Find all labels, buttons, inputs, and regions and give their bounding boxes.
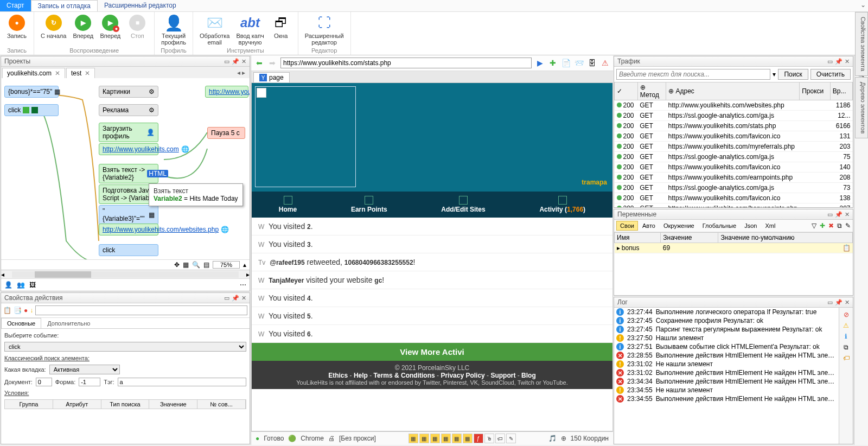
traffic-row[interactable]: 200GEThttps://www.youlikehits.com/earnpo… xyxy=(615,173,853,183)
magnify-icon[interactable]: 🔍 xyxy=(192,261,200,269)
traffic-row[interactable]: 200GEThttps://www.youlikehits.com/stats.… xyxy=(615,121,853,131)
copy-var-icon[interactable]: ⧉ xyxy=(837,222,842,230)
traffic-row[interactable]: 200GEThttps://www.youlikehits.com/myrefe… xyxy=(615,142,853,152)
panel-float-icon[interactable]: ▭ xyxy=(827,211,833,218)
panel-close-icon[interactable]: ✕ xyxy=(845,211,850,218)
nav-earn[interactable]: Earn Points xyxy=(351,196,387,213)
node-pause[interactable]: Пауза 5 с xyxy=(207,127,245,139)
log-warn-icon[interactable]: ⚠ xyxy=(843,322,849,329)
log-row[interactable]: ✕23:28:55Выполнение действия HtmlElement… xyxy=(614,351,839,360)
email-process-button[interactable]: ✉️Обработка email xyxy=(196,13,233,47)
panel-pin-icon[interactable]: 📌 xyxy=(835,299,843,305)
view-more-button[interactable]: View More Activi xyxy=(252,343,612,361)
prop-icon2[interactable]: 📑 xyxy=(14,307,22,314)
db-icon[interactable]: 🗄 xyxy=(587,58,597,68)
log-row[interactable]: !23:34:55Не нашли элемент xyxy=(614,386,839,394)
nav-add[interactable]: Add/Edit Sites xyxy=(441,196,485,213)
log-row[interactable]: i23:27:44Выполнение логического оператор… xyxy=(614,308,839,316)
forward-icon[interactable]: ➡ xyxy=(267,58,277,68)
node-link2[interactable]: http://www.youlikehits.com/websites.php🌐 xyxy=(99,224,158,235)
search-button[interactable]: Поиск xyxy=(778,69,808,80)
node-var3[interactable]: "{Variable3}"=""▦ xyxy=(99,205,158,225)
mail-icon[interactable]: 📨 xyxy=(574,58,584,68)
traffic-row[interactable]: 200GEThttps://www.youlikehits.com/favico… xyxy=(615,162,853,173)
advanced-editor-button[interactable]: ⛶Расширенный редактор xyxy=(302,13,347,47)
log-row[interactable]: i23:27:51Вызываем событие click HTMLElem… xyxy=(614,342,839,351)
play-step-button[interactable]: ▶●Вперед xyxy=(97,13,124,40)
panel-close-icon[interactable]: ✕ xyxy=(241,295,246,301)
traffic-row[interactable]: 200GEThttp://www.youlikehits.com/website… xyxy=(615,100,853,111)
event-select[interactable]: click xyxy=(4,342,246,352)
windows-button[interactable]: 🗗Окна xyxy=(267,13,295,47)
node-take-text[interactable]: Взять текст -> {Variable2}HTML xyxy=(99,164,158,183)
toolbar-users-icon[interactable]: 👥 xyxy=(17,281,25,289)
node-condition[interactable]: {bonus}*=="75"▦ xyxy=(4,86,59,98)
tab-advanced[interactable]: Расширенный редактор xyxy=(98,0,183,11)
var-row[interactable]: ▸ bonus69📋 xyxy=(615,243,853,253)
prop-search-input[interactable] xyxy=(35,305,247,315)
traffic-row[interactable]: 200GEThttps://ssl.google-analytics.com/g… xyxy=(615,111,853,121)
go-icon[interactable]: ▶ xyxy=(535,58,545,68)
nav-home[interactable]: Home xyxy=(279,196,297,213)
prop-delete-icon[interactable]: ● xyxy=(24,307,28,314)
tabs-scroll-icon[interactable]: ◂ ▸ xyxy=(234,68,248,78)
node-link1[interactable]: http://www.youlikehits.com🌐 xyxy=(99,143,158,155)
link-help[interactable]: Help xyxy=(354,372,368,379)
vartab-xml[interactable]: Xml xyxy=(761,221,779,231)
url-input[interactable] xyxy=(280,58,532,68)
node-click2[interactable]: click xyxy=(99,244,158,256)
panel-float-icon[interactable]: ▭ xyxy=(224,295,229,301)
link-ethics[interactable]: Ethics xyxy=(328,372,348,379)
doc-input[interactable] xyxy=(36,378,52,386)
node-ads[interactable]: Реклама⚙ xyxy=(99,104,158,116)
link-privacy[interactable]: Privacy Policy xyxy=(441,372,484,379)
panel-close-icon[interactable]: ✕ xyxy=(845,58,850,65)
vartab-auto[interactable]: Авто xyxy=(639,221,659,231)
ribbon-collapse-icon[interactable]: ⌄ xyxy=(860,1,866,9)
node-pictures[interactable]: Картинки⚙ xyxy=(99,86,158,98)
current-profile-button[interactable]: 👤Текущий профиль xyxy=(158,13,189,47)
tab-record[interactable]: Запись и отладка xyxy=(31,0,98,11)
vartab-global[interactable]: Глобальные xyxy=(699,221,740,231)
captcha-button[interactable]: abtВвод капч вручную xyxy=(233,13,267,47)
project-tab-2[interactable]: test✕ xyxy=(66,68,95,78)
log-info-icon[interactable]: ℹ xyxy=(845,333,847,340)
move-icon[interactable]: ✥ xyxy=(174,261,180,269)
log-list[interactable]: i23:27:44Выполнение логического оператор… xyxy=(614,308,839,444)
link-support[interactable]: Support xyxy=(490,372,515,379)
canvas-hscroll[interactable]: ◂▸ xyxy=(1,270,250,278)
log-row[interactable]: ✕23:34:55Выполнение действия HtmlElement… xyxy=(614,394,839,403)
prop-down-icon[interactable]: ↓ xyxy=(30,307,33,314)
close-icon[interactable]: ✕ xyxy=(85,69,90,77)
log-row[interactable]: !23:27:50Нашли элемент xyxy=(614,334,839,342)
del-var-icon[interactable]: ✖ xyxy=(828,222,834,230)
vartab-own[interactable]: Свои xyxy=(616,221,638,231)
link-terms[interactable]: Terms & Conditions xyxy=(374,372,435,379)
add-tab-icon[interactable]: ✚ xyxy=(548,58,558,68)
zoom-input[interactable] xyxy=(213,261,240,269)
edit-var-icon[interactable]: ✎ xyxy=(845,222,851,230)
traffic-row[interactable]: 200GEThttps://www.youlikehits.com/favico… xyxy=(615,193,853,203)
log-clear-icon[interactable]: ⊘ xyxy=(844,311,849,318)
vartab-env[interactable]: Окружение xyxy=(660,221,698,231)
log-row[interactable]: !23:31:02Не нашли элемент xyxy=(614,360,839,368)
log-row[interactable]: i23:27:45Сохранение профиля Результат: o… xyxy=(614,316,839,325)
danger-icon[interactable]: ⚠ xyxy=(600,58,610,68)
doc-icon[interactable]: 📄 xyxy=(561,58,571,68)
toolbar-more-icon[interactable]: ⋯ xyxy=(240,281,246,289)
log-row[interactable]: ✕23:31:02Выполнение действия HtmlElement… xyxy=(614,368,839,377)
traffic-grid[interactable]: ✓ ⊕ Метод ⊕ Адрес Прокси Вр... 200GEThtt… xyxy=(614,82,853,207)
panel-close-icon[interactable]: ✕ xyxy=(845,299,850,305)
log-tag-icon[interactable]: 🏷 xyxy=(843,354,850,362)
node-load-profile[interactable]: Загрузить профиль👤 xyxy=(99,123,158,142)
vartab-json[interactable]: Json xyxy=(741,221,761,231)
toolbar-image-icon[interactable]: 🖼 xyxy=(29,281,36,289)
zoom-up-icon[interactable]: ▴ xyxy=(243,261,246,269)
traffic-row[interactable]: 200GEThttps://ssl.google-analytics.com/g… xyxy=(615,183,853,193)
prop-icon1[interactable]: 📋 xyxy=(3,307,11,314)
panel-float-icon[interactable]: ▭ xyxy=(827,299,833,305)
prop-tab-main[interactable]: Основные xyxy=(1,318,41,328)
filter-icon[interactable]: ▽ xyxy=(812,222,816,230)
node-click[interactable]: click xyxy=(4,104,59,116)
back-icon[interactable]: ⬅ xyxy=(254,58,264,68)
